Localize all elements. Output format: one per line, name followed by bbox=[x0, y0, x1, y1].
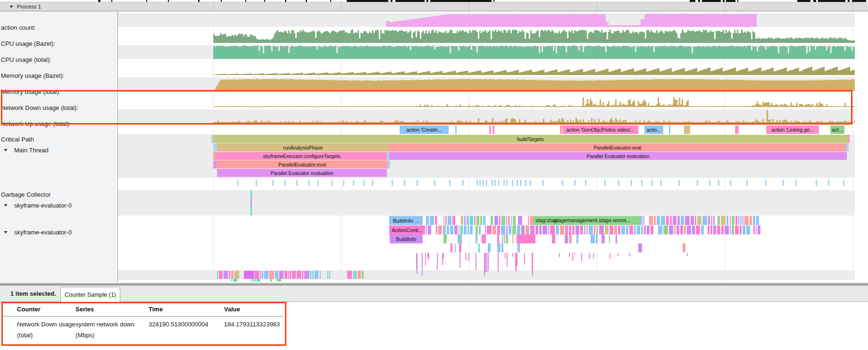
dense-slice bbox=[320, 271, 321, 279]
dense-slice bbox=[661, 216, 666, 225]
critical-path-slice-action[interactable]: actio... bbox=[644, 125, 663, 134]
gc-tick bbox=[363, 180, 365, 186]
dense-slice bbox=[485, 225, 486, 234]
dense-slice bbox=[279, 271, 283, 279]
chart-action-count[interactable] bbox=[118, 13, 855, 27]
dense-slice bbox=[511, 216, 512, 225]
critical-path-slice-genobjcprotos[interactable]: action 'GenObjcProtos video/... bbox=[562, 125, 638, 134]
gc-tick bbox=[525, 180, 526, 186]
gc-tick bbox=[506, 180, 508, 186]
dense-slice bbox=[499, 216, 501, 225]
chart-mem-bazel[interactable] bbox=[118, 61, 855, 75]
slice-sliver[interactable] bbox=[213, 143, 217, 151]
dense-slice bbox=[539, 225, 542, 234]
dense-slice bbox=[451, 243, 452, 252]
dense-slice bbox=[353, 271, 354, 279]
slice-sliver[interactable] bbox=[213, 160, 217, 168]
dense-slice bbox=[535, 225, 538, 234]
slice-sliver[interactable] bbox=[848, 135, 850, 143]
dense-slice bbox=[569, 225, 571, 234]
hanging-line bbox=[559, 253, 560, 257]
slice-sliver[interactable] bbox=[846, 143, 849, 151]
slice-paralleleval-evaluation-right[interactable]: Parallel Evaluator evaluation bbox=[389, 152, 847, 160]
gc-tick bbox=[317, 180, 319, 186]
dense-slice bbox=[641, 225, 643, 234]
dense-slice bbox=[530, 225, 534, 234]
dense-slice bbox=[758, 225, 761, 234]
dense-slice bbox=[219, 271, 223, 279]
critical-path-slice-act[interactable]: act... bbox=[830, 125, 844, 134]
dense-slice bbox=[260, 271, 261, 279]
gc-tick bbox=[353, 180, 354, 186]
gc-tick bbox=[284, 180, 286, 186]
slice-sliver[interactable] bbox=[388, 160, 390, 168]
dense-slice bbox=[756, 225, 757, 234]
dense-slice bbox=[685, 216, 690, 225]
dense-slice bbox=[626, 225, 628, 234]
dense-slice bbox=[708, 216, 710, 225]
dense-slice bbox=[743, 225, 745, 234]
track-area[interactable]: action 'Creatin... action 'GenObjcProtos… bbox=[0, 0, 868, 282]
tab-counter-sample[interactable]: Counter Sample (1) bbox=[60, 287, 120, 302]
gc-tick bbox=[308, 180, 309, 186]
hanging-line bbox=[574, 253, 575, 255]
gc-tick bbox=[494, 180, 496, 186]
gc-tick bbox=[520, 180, 521, 186]
chart-network-up[interactable] bbox=[118, 109, 855, 123]
hanging-line bbox=[417, 253, 417, 274]
dense-slice bbox=[651, 225, 653, 234]
hanging-line bbox=[459, 253, 460, 268]
dense-slice bbox=[711, 216, 712, 225]
gc-tick bbox=[449, 180, 451, 186]
splitter-handle[interactable] bbox=[0, 283, 868, 286]
chart-network-down[interactable] bbox=[118, 93, 855, 107]
slice-buildinfo[interactable]: BuildInfo bbox=[390, 234, 423, 243]
dense-slice bbox=[231, 279, 232, 282]
dense-slice bbox=[725, 225, 729, 234]
critical-path-slice-creating[interactable]: action 'Creatin... bbox=[400, 125, 449, 134]
slice-paralleleval-left[interactable]: ParallelEvaluator.eval bbox=[217, 160, 388, 168]
chart-cpu-total[interactable] bbox=[118, 45, 855, 59]
dense-slice bbox=[487, 225, 492, 234]
dense-slice bbox=[438, 225, 442, 234]
dense-slice bbox=[504, 234, 505, 243]
slice-runanalysisphase[interactable]: runAnalysisPhase bbox=[217, 143, 389, 151]
panel-splitter[interactable] bbox=[0, 282, 868, 286]
dense-slice bbox=[726, 216, 728, 225]
hanging-line bbox=[589, 253, 590, 259]
dense-slice bbox=[304, 271, 309, 279]
dense-slice bbox=[430, 216, 434, 225]
gc-tick bbox=[404, 180, 405, 186]
dense-slice bbox=[596, 234, 598, 243]
slice-stage-overlapping-labels[interactable]: stag:stag... stagemanagement.stage.remot… bbox=[530, 216, 640, 225]
dense-slice bbox=[315, 271, 318, 279]
dense-slice bbox=[708, 225, 709, 234]
slice-buildinfo-ellipsis[interactable]: BuildInfo ... bbox=[389, 216, 423, 225]
slice-configuretargets[interactable]: skyframeExecutor.configureTargets bbox=[217, 152, 387, 160]
hanging-line bbox=[422, 253, 423, 275]
dense-slice bbox=[691, 216, 694, 225]
dense-slice bbox=[470, 225, 473, 234]
chart-mem-total[interactable] bbox=[118, 77, 855, 91]
dense-slice bbox=[448, 216, 451, 225]
slice-sliver[interactable] bbox=[213, 152, 217, 160]
hanging-line bbox=[427, 253, 428, 258]
critical-path-slice-linking[interactable]: action 'Linking go... bbox=[766, 125, 819, 134]
dense-slice bbox=[254, 279, 256, 282]
dense-slice bbox=[270, 279, 272, 282]
gc-tick bbox=[843, 180, 844, 186]
slice-actionconti[interactable]: ActionConti... bbox=[389, 225, 425, 234]
dense-slice bbox=[756, 216, 759, 225]
dense-slice bbox=[502, 234, 503, 243]
dense-slice bbox=[217, 271, 218, 279]
slice-buildtargets[interactable]: buildTargets bbox=[213, 135, 848, 143]
dense-slice bbox=[634, 225, 636, 234]
hanging-line bbox=[484, 253, 485, 276]
dense-slice bbox=[730, 216, 731, 225]
dense-slice bbox=[358, 271, 361, 279]
dense-slice bbox=[601, 234, 605, 243]
dense-slice bbox=[692, 225, 695, 234]
slice-paralleleval-evaluation-left[interactable]: Parallel Evaluator evaluation bbox=[217, 169, 387, 177]
chart-cpu-bazel[interactable] bbox=[118, 29, 855, 43]
slice-paralleleval-right[interactable]: ParallelEvaluator.eval bbox=[389, 143, 846, 151]
